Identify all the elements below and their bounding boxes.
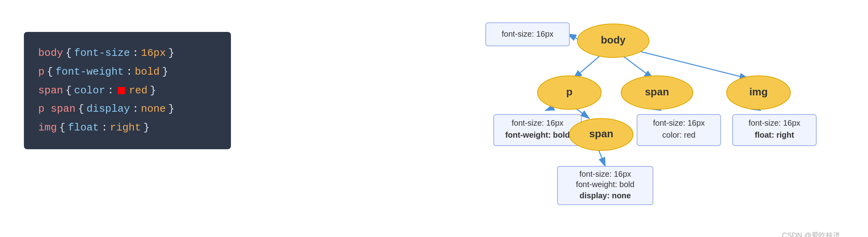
img-rect-text2: float: right: [755, 130, 794, 139]
main-container: body { font-size : 16px } p { font-weigh…: [0, 0, 868, 237]
diagram-panel: font-size: 16px body p span img font-siz…: [255, 8, 852, 237]
code-panel: body { font-size : 16px } p { font-weigh…: [24, 32, 231, 149]
span-child-label: span: [589, 128, 614, 140]
span-rect-text1: font-size: 16px: [653, 118, 705, 127]
code-line-2: p { font-weight : bold }: [38, 63, 217, 81]
selector-body: body: [38, 44, 63, 63]
body-label: body: [601, 34, 626, 46]
span-rect-text2: color: red: [662, 130, 695, 139]
img-label: img: [749, 86, 768, 98]
color-swatch-red: [118, 87, 125, 94]
pspan-rect-text3: display: none: [580, 191, 631, 200]
span-top-label: span: [645, 86, 669, 98]
img-rect-text1: font-size: 16px: [749, 118, 800, 127]
code-line-3: span { color : red }: [38, 81, 217, 100]
pspan-rect-text2: font-weight: bold: [576, 180, 635, 189]
code-line-1: body { font-size : 16px }: [38, 44, 217, 63]
code-line-5: img { float : right }: [38, 118, 217, 137]
diagram-svg: font-size: 16px body p span img font-siz…: [255, 8, 852, 237]
p-rect-text1: font-size: 16px: [512, 118, 563, 127]
arrow-body-to-p: [573, 55, 601, 79]
arrow-body-to-span: [621, 55, 653, 79]
watermark: CSDN @爱吃核迸: [782, 231, 840, 237]
pspan-rect-text1: font-size: 16px: [579, 170, 631, 178]
p-label: p: [566, 86, 573, 98]
code-line-4: p span { display : none }: [38, 100, 217, 118]
body-rect-text: font-size: 16px: [502, 30, 553, 38]
p-rect-text2: font-weight: bold: [505, 130, 570, 139]
arrow-body-to-img: [637, 51, 749, 79]
